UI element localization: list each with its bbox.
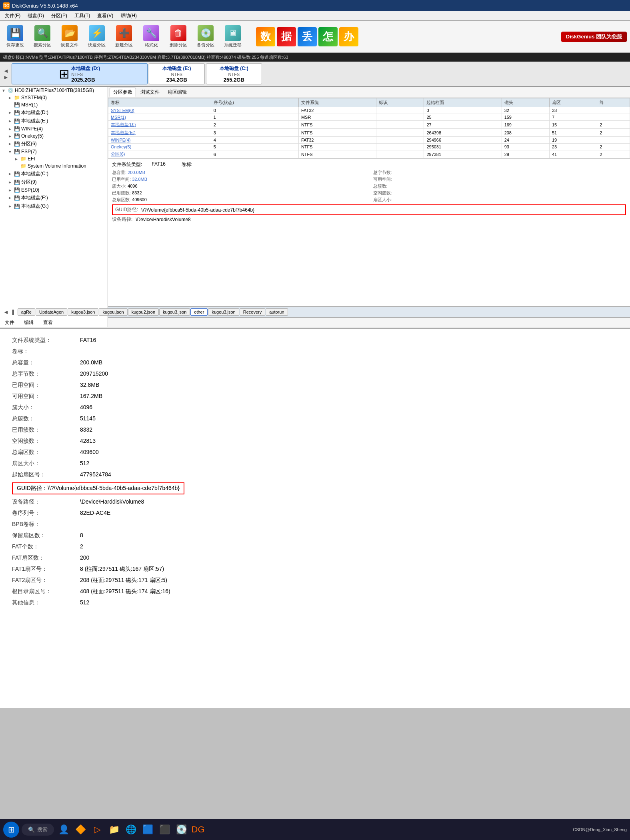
save-changes-button[interactable]: 💾 保存更改 [3, 23, 27, 50]
migrate-system-button[interactable]: 🖥 系统迁移 [221, 23, 245, 50]
partition-link[interactable]: Onekey(5) [111, 144, 131, 149]
prop-free-clusters: 空闲簇数: [373, 190, 626, 196]
drive-nav-left[interactable]: ◄ ► [2, 63, 10, 84]
col-sector: 扇区 [549, 98, 597, 107]
table-cell: 6 [211, 150, 298, 158]
taskbar-icon-9[interactable]: DG [191, 822, 205, 837]
tab-partition-params[interactable]: 分区参数 [110, 88, 136, 97]
drive-tab-e[interactable]: 本地磁盘 (E:) NTFS 234.2GB [149, 63, 205, 84]
partition-link[interactable]: MSR(1) [111, 115, 126, 120]
tree-sys-vol-info[interactable]: 📁 System Volume Information [0, 162, 108, 170]
tree-part9[interactable]: ► 💾 分区(9) [0, 178, 108, 186]
drive-tab-d[interactable]: ⊞ 本地磁盘 (D:) NTFS 2025.2GB [12, 63, 148, 84]
tree-system0[interactable]: ► 📁 SYSTEM(0) [0, 94, 108, 101]
file-tab-agre[interactable]: agRe [18, 308, 35, 316]
tree-esp7[interactable]: ▼ 💾 ESP(7) [0, 148, 108, 155]
tab-browse-files[interactable]: 浏览文件 [137, 88, 163, 97]
search-label: 搜索分区 [34, 42, 51, 48]
menu-file[interactable]: 文件(F) [2, 12, 24, 20]
file-tab-kugou3-2[interactable]: kugou3.json [159, 308, 190, 316]
file-tab-kugou[interactable]: kugou.json [99, 308, 127, 316]
tree-efi[interactable]: ► 📁 EFI [0, 155, 108, 162]
taskbar-icon-6[interactable]: 🟦 [140, 822, 155, 837]
menu-disk[interactable]: 磁盘(D) [24, 12, 47, 20]
partition-link[interactable]: 本地磁盘(D:) [111, 122, 136, 127]
tree-drive-f[interactable]: ► 💾 本地磁盘(F:) [0, 194, 108, 202]
taskbar-icon-7[interactable]: ⬛ [157, 822, 172, 837]
table-row[interactable]: MSR(1)1MSR251597 [108, 114, 630, 121]
file-tab-kugou3-3[interactable]: kugou3.json [208, 308, 239, 316]
new-partition-button[interactable]: ➕ 新建分区 [112, 23, 136, 50]
tree-drive-d[interactable]: ► 💾 本地磁盘(D:) [0, 108, 108, 117]
search-partition-button[interactable]: 🔍 搜索分区 [30, 23, 54, 50]
tree-part6[interactable]: ► 💾 分区(6) [0, 140, 108, 148]
tree-drive-e[interactable]: ► 💾 本地磁盘(E:) [0, 117, 108, 125]
table-cell [376, 129, 424, 137]
quick-partition-button[interactable]: ⚡ 快速分区 [85, 23, 109, 50]
nav-right-arrow[interactable]: ► [3, 74, 9, 80]
taskbar-icon-3[interactable]: ▷ [90, 822, 104, 837]
tree-onekey5[interactable]: ► 💾 Onekey(5) [0, 132, 108, 140]
detail-row: FAT2扇区号：208 (柱面:297511 磁头:171 扇区:5) [12, 577, 618, 584]
taskbar-icon-5[interactable]: 🌐 [124, 822, 138, 837]
detail-row: 根目录扇区号：408 (柱面:297511 磁头:174 扇区:16) [12, 588, 618, 595]
partition-link[interactable]: SYSTEM(0) [111, 108, 134, 113]
start-button[interactable]: ⊞ [3, 822, 19, 838]
partition-link[interactable]: 分区(6) [111, 152, 125, 156]
partition-link[interactable]: 本地磁盘(E:) [111, 130, 136, 135]
tree-drive-g[interactable]: ► 💾 本地磁盘(G:) [0, 202, 108, 210]
tree-msr1[interactable]: 💾 MSR(1) [0, 101, 108, 108]
tree-winpe4[interactable]: ► 💾 WINPE(4) [0, 125, 108, 132]
menu-file-browser[interactable]: 文件 [3, 319, 16, 326]
file-tab-kugou3-1[interactable]: kugou3.json [68, 308, 98, 316]
partition-table-container: 卷标 序号(状态) 文件系统 标识 起始柱面 磁头 扇区 终 SYSTEM(0)… [108, 98, 630, 158]
detail-value: FAT16 [80, 337, 96, 343]
menu-view[interactable]: 查看(V) [94, 12, 116, 20]
tree-hd0[interactable]: ▼ 💿 HD0:ZHITAITiPlus71004TB(3815GB) [0, 87, 108, 94]
partition-link[interactable]: WINPE(4) [111, 138, 131, 142]
detail-row: 已用空间：32.8MB [12, 382, 618, 389]
table-row[interactable]: WINPE(4)4FAT322949662419 [108, 137, 630, 144]
drive-e-fs: NTFS [171, 72, 182, 77]
table-row[interactable]: 本地磁盘(E:)3NTFS264398208512 [108, 129, 630, 137]
menu-edit[interactable]: 编辑 [22, 319, 35, 326]
table-cell [597, 114, 630, 121]
taskbar-icon-8[interactable]: 💽 [174, 822, 188, 837]
menu-help[interactable]: 帮助(H) [117, 12, 140, 20]
table-row[interactable]: Onekey(5)5NTFS29503193232 [108, 144, 630, 150]
table-row[interactable]: 本地磁盘(D:)2NTFS27169152 [108, 121, 630, 129]
delete-partition-button[interactable]: 🗑 删除分区 [166, 23, 190, 50]
nav-left-arrow[interactable]: ◄ [3, 68, 9, 74]
format-button[interactable]: 🔧 格式化 [139, 23, 163, 50]
file-tab-recovery[interactable]: Recovery [240, 308, 265, 316]
table-cell: 4 [211, 137, 298, 144]
file-tab-autorun[interactable]: autorun [266, 308, 288, 316]
file-tab-updateagen[interactable]: UpdateAgen [36, 308, 67, 316]
table-cell [376, 121, 424, 129]
data-icon: 数 [256, 27, 275, 46]
quick-label: 快速分区 [88, 42, 106, 48]
table-cell: 159 [502, 114, 549, 121]
drive-tab-c[interactable]: 本地磁盘 (C:) NTFS 255.2GB [206, 63, 262, 84]
file-tabs-nav-left[interactable]: ◄ [2, 309, 10, 315]
tree-drive-c[interactable]: ► 💾 本地磁盘(C:) [0, 170, 108, 178]
menu-tools[interactable]: 工具(T) [71, 12, 93, 20]
file-tab-other[interactable]: other [190, 308, 208, 316]
menu-partition[interactable]: 分区(P) [48, 12, 70, 20]
taskbar-icon-1[interactable]: 👤 [56, 822, 71, 837]
taskbar-icon-2[interactable]: 🔶 [73, 822, 88, 837]
menu-view-browser[interactable]: 查看 [42, 319, 54, 326]
tree-esp10[interactable]: ► 💾 ESP(10) [0, 186, 108, 194]
table-cell: 2 [597, 150, 630, 158]
table-row[interactable]: SYSTEM(0)0FAT3203233 [108, 107, 630, 114]
detail-label: 其他信息： [12, 599, 80, 606]
backup-partition-button[interactable]: 💿 备份分区 [194, 23, 218, 50]
table-row[interactable]: 分区(6)6NTFS29738129412 [108, 150, 630, 158]
drive-c-title: 本地磁盘 (C:) [220, 65, 248, 72]
taskbar-search[interactable]: 🔍 搜索 [22, 824, 54, 836]
restore-file-button[interactable]: 📂 恢复文件 [58, 23, 82, 50]
tab-sector-edit[interactable]: 扇区编辑 [164, 88, 190, 97]
detail-label: 已用簇数： [12, 426, 80, 434]
taskbar-icon-4[interactable]: 📁 [107, 822, 121, 837]
file-tab-kugou2[interactable]: kugou2.json [128, 308, 159, 316]
